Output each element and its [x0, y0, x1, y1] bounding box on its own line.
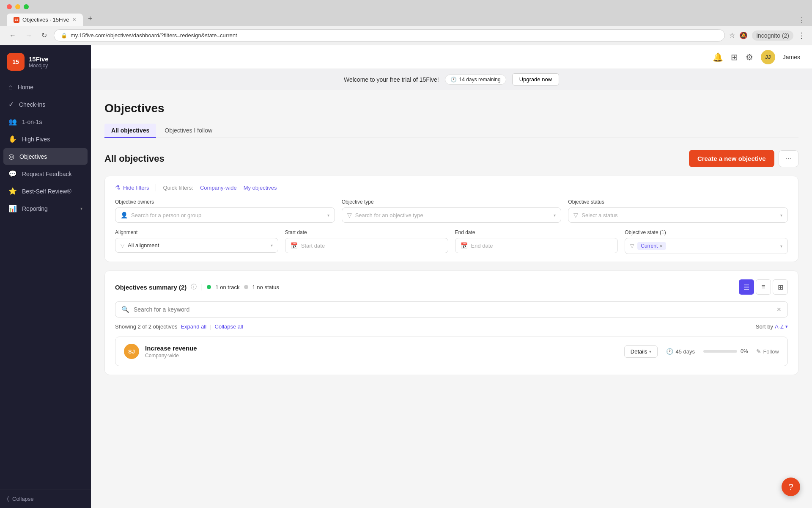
user-avatar[interactable]: JJ: [761, 50, 775, 64]
collapse-all-link[interactable]: Collapse all: [215, 323, 243, 330]
calendar-icon: 📅: [291, 242, 298, 249]
hide-filters-label: Hide filters: [123, 185, 149, 191]
apps-grid-icon[interactable]: ⊞: [731, 52, 738, 62]
sidebar-item-label: 1-on-1s: [22, 119, 42, 125]
on-track-dot: [207, 285, 211, 289]
follow-button[interactable]: ✎ Follow: [756, 348, 779, 355]
alignment-dropdown[interactable]: ▽ All alignment ▾: [115, 238, 278, 253]
objective-status-label: Objective status: [568, 199, 788, 205]
sidebar-item-check-ins[interactable]: ✓ Check-ins: [3, 96, 88, 113]
browser-menu-icon[interactable]: ⋮: [798, 16, 805, 24]
days-remaining-badge: 🕐 14 days remaining: [445, 75, 506, 85]
sidebar-collapse-button[interactable]: ⟨ Collapse: [0, 489, 91, 508]
list-view-button[interactable]: ☰: [739, 279, 754, 295]
badge-remove-icon[interactable]: ✕: [659, 244, 663, 248]
browser-more-icon[interactable]: ⋮: [798, 31, 805, 40]
profile-icon[interactable]: Incognito (2): [752, 30, 793, 41]
tab-close-icon[interactable]: ✕: [72, 17, 76, 22]
new-tab-button[interactable]: +: [85, 13, 96, 25]
objective-name: Increase revenue: [145, 345, 618, 352]
progress-bar: [703, 350, 737, 353]
tab-all-objectives[interactable]: All objectives: [104, 124, 156, 138]
keyword-search-input[interactable]: [134, 306, 772, 313]
alignment-value: All alignment: [128, 242, 267, 248]
browser-tab-active[interactable]: 15 Objectives · 15Five ✕: [7, 14, 83, 26]
back-button[interactable]: ←: [7, 30, 19, 41]
address-bar[interactable]: 🔒 my.15five.com/objectives/dashboard/?fi…: [54, 29, 725, 41]
quick-filter-company-wide[interactable]: Company-wide: [200, 185, 237, 191]
tab-label: Objectives I follow: [165, 127, 212, 134]
search-clear-icon[interactable]: ✕: [776, 306, 782, 313]
objectives-summary-panel: Objectives summary (2) ⓘ | 1 on track 1 …: [104, 271, 798, 375]
traffic-light-yellow[interactable]: [15, 4, 20, 9]
objective-status-filter: Objective status ▽ Select a status ▾: [568, 199, 788, 223]
objective-type-dropdown[interactable]: ▽ Search for an objective type ▾: [342, 207, 562, 223]
bookmark-icon[interactable]: ☆: [729, 31, 735, 39]
checkins-icon: ✓: [8, 100, 14, 108]
objective-owner-avatar: SJ: [124, 344, 139, 359]
sidebar-item-label: High Fives: [22, 136, 50, 143]
status-placeholder: Select a status: [582, 212, 777, 218]
search-icon: 🔍: [121, 306, 129, 313]
sidebar-item-1on1s[interactable]: 👥 1-on-1s: [3, 113, 88, 130]
tab-objectives-i-follow[interactable]: Objectives I follow: [158, 124, 219, 138]
section-header: All objectives Create a new objective ··…: [104, 150, 798, 167]
chevron-down-icon: ▾: [780, 213, 782, 218]
help-icon: ?: [788, 482, 793, 492]
compact-list-view-button[interactable]: ≡: [756, 279, 771, 295]
more-options-button[interactable]: ···: [779, 150, 798, 167]
alignment-label: Alignment: [115, 229, 278, 235]
banner-message: Welcome to your free trial of 15Five!: [344, 76, 439, 83]
sidebar-item-best-self[interactable]: ⭐ Best-Self Review®: [3, 183, 88, 199]
highfives-icon: ✋: [8, 135, 17, 143]
clock-icon: 🕐: [450, 77, 457, 83]
incognito-icon[interactable]: 🔕: [739, 31, 748, 39]
alignment-icon: ▽: [121, 243, 124, 248]
sort-control[interactable]: Sort by A-Z ▾: [756, 323, 788, 330]
showing-text: Showing 2 of 2 objectives: [115, 323, 177, 330]
sidebar-item-objectives[interactable]: ◎ Objectives: [3, 148, 88, 165]
objective-status-dropdown[interactable]: ▽ Select a status ▾: [568, 207, 788, 223]
summary-title: Objectives summary (2): [115, 284, 187, 291]
tab-favicon: 15: [14, 17, 19, 23]
on-track-count: 1 on track: [215, 284, 239, 290]
reload-button[interactable]: ↻: [39, 30, 49, 41]
grid-view-button[interactable]: ⊞: [773, 279, 788, 295]
details-button[interactable]: Details ▾: [624, 345, 658, 358]
upgrade-button[interactable]: Upgrade now: [512, 73, 559, 86]
details-chevron-icon: ▾: [649, 349, 651, 354]
notification-bell-icon[interactable]: 🔔: [713, 52, 723, 62]
quick-filters-label: Quick filters:: [163, 185, 193, 191]
sidebar: 15 15Five Moodjoy ⌂ Home ✓ Check-ins 👥: [0, 45, 91, 508]
end-date-input[interactable]: 📅 End date: [455, 238, 618, 253]
traffic-light-green[interactable]: [24, 4, 29, 9]
follow-label: Follow: [763, 348, 779, 355]
settings-gear-icon[interactable]: ⚙: [746, 52, 753, 62]
help-button[interactable]: ?: [782, 478, 800, 496]
objective-owners-label: Objective owners: [115, 199, 335, 205]
best-self-icon: ⭐: [8, 187, 17, 195]
objective-card: SJ Increase revenue Company-wide Details…: [115, 337, 788, 366]
sort-by-label: Sort by: [756, 323, 773, 330]
sidebar-item-high-fives[interactable]: ✋ High Fives: [3, 131, 88, 147]
summary-info-icon[interactable]: ⓘ: [191, 283, 197, 291]
start-date-input[interactable]: 📅 Start date: [285, 238, 448, 253]
keyword-search-bar[interactable]: 🔍 ✕: [115, 301, 788, 318]
forward-button: →: [23, 30, 35, 41]
create-new-objective-button[interactable]: Create a new objective: [689, 150, 774, 167]
user-company: Moodjoy: [29, 63, 49, 69]
sidebar-item-request-feedback[interactable]: 💬 Request Feedback: [3, 166, 88, 182]
hide-filters-button[interactable]: ⚗ Hide filters: [115, 184, 149, 191]
expand-all-link[interactable]: Expand all: [181, 323, 206, 330]
quick-filter-my-objectives[interactable]: My objectives: [244, 185, 277, 191]
objective-owners-dropdown[interactable]: 👤 Search for a person or group ▾: [115, 207, 335, 223]
sidebar-item-home[interactable]: ⌂ Home: [3, 79, 88, 95]
1on1-icon: 👥: [8, 118, 17, 126]
start-date-placeholder: Start date: [301, 243, 443, 249]
sidebar-item-reporting[interactable]: 📊 Reporting ▾: [3, 200, 88, 217]
traffic-light-red[interactable]: [7, 4, 12, 9]
sidebar-item-label: Objectives: [19, 153, 47, 160]
chevron-down-icon: ▾: [271, 243, 273, 248]
objective-state-dropdown[interactable]: ▽ Current ✕ ▾: [625, 238, 788, 254]
objective-state-label: Objective state (1): [625, 229, 788, 235]
